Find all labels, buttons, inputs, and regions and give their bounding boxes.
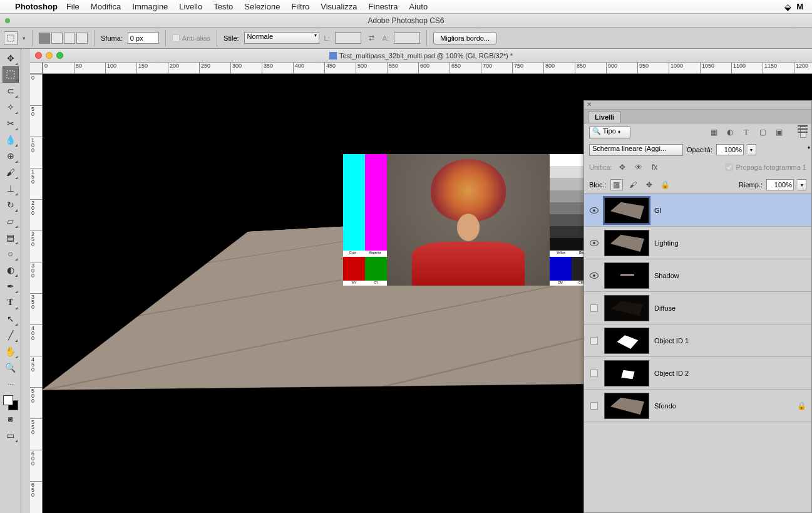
- menu-aiuto[interactable]: Aiuto: [409, 2, 428, 11]
- layer-visibility-icon[interactable]: [584, 370, 604, 377]
- layer-visibility-icon[interactable]: [584, 240, 604, 246]
- layer-visibility-icon[interactable]: [584, 402, 604, 410]
- app-name-menu[interactable]: Photoshop: [15, 2, 58, 11]
- zoom-icon[interactable]: [56, 52, 63, 59]
- more-tool-icon[interactable]: ⋯: [3, 376, 19, 392]
- heal-tool-icon[interactable]: ⊕: [3, 148, 19, 164]
- lock-all-icon[interactable]: 🔒: [659, 179, 672, 190]
- opacity-input[interactable]: [716, 144, 744, 155]
- filter-shape-icon[interactable]: ▢: [756, 127, 769, 138]
- filter-text-icon[interactable]: T: [740, 127, 753, 138]
- filter-type-select[interactable]: 🔍 Tipo ♦: [589, 127, 630, 138]
- gradient-tool-icon[interactable]: ▤: [3, 229, 19, 246]
- close-icon[interactable]: [35, 52, 42, 59]
- menu-modifica[interactable]: Modifica: [91, 2, 121, 11]
- layer-thumbnail[interactable]: [604, 328, 649, 354]
- layer-thumbnail[interactable]: [604, 230, 649, 256]
- ruler-horizontal[interactable]: 0501001502002503003504004505005506006507…: [43, 63, 812, 74]
- hand-tool-icon[interactable]: ✋: [3, 343, 19, 360]
- blend-mode-select[interactable]: Scherma lineare (Aggi... ♦: [589, 144, 683, 156]
- layer-name[interactable]: Object ID 1: [654, 337, 806, 345]
- layer-thumbnail[interactable]: [604, 393, 649, 419]
- filter-image-icon[interactable]: ▦: [707, 127, 720, 138]
- window-zoom-dot[interactable]: [5, 18, 10, 23]
- layer-row[interactable]: Sfondo🔒: [584, 390, 811, 422]
- screenmode-icon[interactable]: ▭: [3, 427, 19, 443]
- pen-tool-icon[interactable]: ✒: [3, 278, 19, 294]
- ruler-vertical[interactable]: 050100150200250300350400450500550600650: [30, 74, 43, 513]
- menu-selezione[interactable]: Selezione: [244, 2, 280, 11]
- path-select-icon[interactable]: ↖: [3, 311, 19, 327]
- brush-tool-icon[interactable]: 🖌: [3, 164, 19, 180]
- stamp-tool-icon[interactable]: ⊥: [3, 180, 19, 197]
- layer-row[interactable]: Object ID 1: [584, 324, 811, 357]
- lock-transparency-icon[interactable]: ▩: [610, 179, 623, 190]
- blur-tool-icon[interactable]: ○: [3, 246, 19, 262]
- layer-name[interactable]: GI: [654, 207, 806, 214]
- layer-name[interactable]: Shadow: [654, 272, 806, 279]
- minimize-icon[interactable]: [46, 52, 53, 59]
- layer-thumbnail[interactable]: [604, 262, 649, 289]
- layer-row[interactable]: Object ID 2: [584, 357, 811, 390]
- layer-name[interactable]: Object ID 2: [654, 370, 806, 377]
- document-titlebar[interactable]: Test_multipass_32bit_multi.psd @ 100% (G…: [30, 49, 812, 63]
- layer-name[interactable]: Sfondo: [654, 402, 797, 410]
- layer-visibility-icon[interactable]: [584, 337, 604, 345]
- lasso-tool-icon[interactable]: ⊂: [3, 83, 19, 99]
- layer-visibility-icon[interactable]: [584, 304, 604, 312]
- ruler-origin[interactable]: [30, 63, 43, 74]
- selection-intersect-icon[interactable]: [76, 33, 88, 44]
- filter-adjust-icon[interactable]: ◐: [724, 127, 736, 138]
- lock-pixels-icon[interactable]: 🖌: [627, 179, 639, 190]
- layer-name[interactable]: Lighting: [654, 239, 806, 247]
- panel-menu-icon[interactable]: [798, 125, 808, 133]
- menu-finestra[interactable]: Finestra: [369, 2, 398, 11]
- layer-row[interactable]: Diffuse: [584, 292, 811, 324]
- menu-filtro[interactable]: Filtro: [291, 2, 309, 11]
- menu-livello[interactable]: Livello: [179, 2, 202, 11]
- selection-add-icon[interactable]: [51, 33, 63, 44]
- layers-tab[interactable]: Livelli: [588, 111, 621, 123]
- eyedropper-tool-icon[interactable]: 💧: [3, 132, 19, 148]
- layer-row[interactable]: Lighting: [584, 227, 811, 259]
- layer-row[interactable]: GI: [584, 194, 811, 227]
- layer-visibility-icon[interactable]: [584, 207, 604, 214]
- selection-new-icon[interactable]: [39, 33, 50, 44]
- menu-immagine[interactable]: Immagine: [132, 2, 168, 11]
- menu-visualizza[interactable]: Visualizza: [321, 2, 357, 11]
- panel-close-icon[interactable]: ✕: [584, 101, 811, 110]
- layer-name[interactable]: Diffuse: [654, 304, 806, 312]
- shape-tool-icon[interactable]: ╱: [3, 327, 19, 343]
- lock-position-icon[interactable]: ✥: [643, 179, 655, 190]
- zoom-tool-icon[interactable]: 🔍: [3, 360, 19, 376]
- type-tool-icon[interactable]: T: [3, 294, 19, 311]
- opacity-dropdown-icon[interactable]: ▾: [748, 144, 756, 155]
- menu-testo[interactable]: Testo: [213, 2, 233, 11]
- feather-input[interactable]: [128, 32, 159, 44]
- layers-panel[interactable]: ✕ Livelli 🔍 Tipo ♦ ▦ ◐ T ▢ ▣ Scherma lin…: [583, 100, 812, 513]
- layer-thumbnail[interactable]: [604, 295, 649, 321]
- style-select[interactable]: Normale▾: [244, 32, 319, 44]
- fill-input[interactable]: [766, 179, 794, 190]
- dropbox-icon[interactable]: ⬙: [784, 2, 791, 12]
- quickmask-icon[interactable]: ◙: [3, 411, 19, 427]
- layer-thumbnail[interactable]: [604, 360, 649, 386]
- refine-edge-button[interactable]: Migliora bordo...: [433, 32, 496, 44]
- fill-dropdown-icon[interactable]: ▾: [798, 179, 806, 190]
- selection-subtract-icon[interactable]: [64, 33, 75, 44]
- menu-file[interactable]: File: [66, 2, 80, 11]
- wand-tool-icon[interactable]: ✧: [3, 99, 19, 115]
- color-swatch[interactable]: [3, 395, 19, 411]
- menubar-extra-icon[interactable]: M: [796, 2, 803, 11]
- layer-thumbnail[interactable]: [604, 197, 649, 224]
- layer-visibility-icon[interactable]: [584, 272, 604, 279]
- history-brush-icon[interactable]: ↻: [3, 197, 19, 213]
- layer-row[interactable]: Shadow: [584, 259, 811, 292]
- move-tool-icon[interactable]: ✥: [3, 50, 19, 66]
- tool-preset-icon[interactable]: [4, 31, 18, 45]
- dodge-tool-icon[interactable]: ◐: [3, 262, 19, 278]
- eraser-tool-icon[interactable]: ▱: [3, 213, 19, 229]
- filter-smart-icon[interactable]: ▣: [773, 127, 785, 138]
- crop-tool-icon[interactable]: ✂: [3, 115, 19, 132]
- marquee-tool-icon[interactable]: [3, 66, 19, 83]
